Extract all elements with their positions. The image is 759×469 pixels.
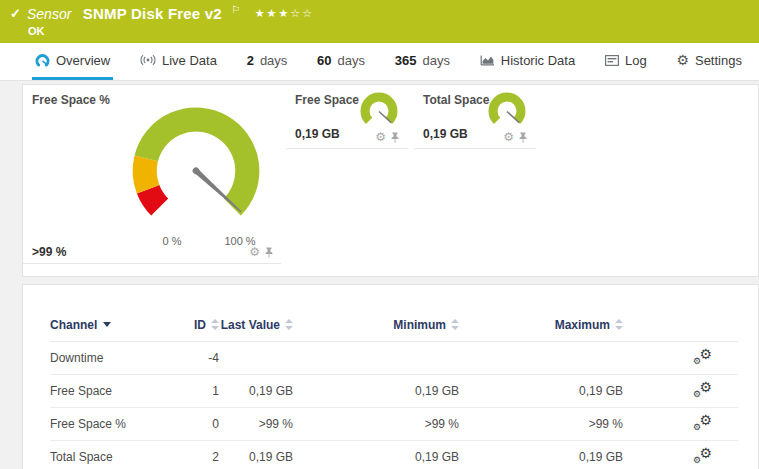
free-space-percent-gauge [107,91,285,259]
table-row-free-space: Free Space 1 0,19 GB 0,19 GB 0,19 GB ⚙⚙ [50,375,738,408]
tab-label: Overview [56,53,110,68]
channel-last-value: 0,19 GB [219,375,293,408]
channel-id: 1 [170,375,219,408]
tab-2-days[interactable]: 2 days [244,43,291,80]
tab-number: 365 [395,53,417,68]
channel-table-panel: Channel ID Last Value Minimum Maximum Do… [22,284,759,469]
channel-last-value: 0,19 GB [219,441,293,469]
broadcast-icon [140,54,156,66]
gauge-value: 0,19 GB [295,127,340,141]
sensor-status-bar: ✓ Sensor SNMP Disk Free v2 ⚐ ★★★☆☆ OK [0,0,759,43]
tab-label: Settings [695,53,742,68]
status-badge: OK [28,25,45,37]
gauge-settings-gear-icon[interactable]: ⚙ [503,131,514,143]
sensor-name: SNMP Disk Free v2 [83,5,222,22]
gauges-panel: Free Space % 0 % 100 % >99 % ⚙ Free Spac… [22,84,759,277]
tab-number: 2 [247,53,254,68]
pin-icon[interactable] [390,132,400,143]
gauge-title: Free Space [295,93,359,107]
gauge-title: Total Space [423,93,489,107]
channel-table: Channel ID Last Value Minimum Maximum Do… [50,285,738,469]
flag-icon[interactable]: ⚐ [231,4,240,15]
channel-table-header-row: Channel ID Last Value Minimum Maximum [50,285,738,342]
column-header-maximum[interactable]: Maximum [459,285,623,342]
edit-channel-icon[interactable]: ⚙⚙ [693,415,712,430]
tab-historic-data[interactable]: Historic Data [477,43,578,80]
pin-icon[interactable] [518,132,528,143]
channel-maximum: >99 % [459,408,623,441]
gear-icon: ⚙ [676,53,689,67]
channel-last-value [219,342,293,375]
gauge-cell-total-space: Total Space 0,19 GB ⚙ [414,85,535,149]
channel-last-value: >99 % [219,408,293,441]
channel-name: Downtime [50,342,170,375]
gauge-title: Free Space % [32,93,110,107]
gauge-value: 0,19 GB [423,127,468,141]
tab-overview[interactable]: Overview [32,43,113,80]
channel-minimum [293,342,459,375]
sort-icon [451,319,459,330]
gauge-cell-free-space: Free Space 0,19 GB ⚙ [286,85,407,149]
tab-live-data[interactable]: Live Data [137,43,220,80]
column-header-edit [623,285,738,342]
tab-label: Live Data [162,53,217,68]
tab-365-days[interactable]: 365 days [392,43,453,80]
sort-icon [615,319,623,330]
sort-icon [211,319,219,330]
object-kind-label: Sensor [27,6,71,22]
tab-number: 60 [317,53,331,68]
tab-label: Log [625,53,647,68]
tab-unit: days [338,53,365,68]
channel-name: Total Space [50,441,170,469]
table-row-free-space-percent: Free Space % 0 >99 % >99 % >99 % ⚙⚙ [50,408,738,441]
sensor-overview-page: ✓ Sensor SNMP Disk Free v2 ⚐ ★★★☆☆ OK Ov… [0,0,759,469]
gauge-cell-free-space-percent: Free Space % 0 % 100 % >99 % ⚙ [23,85,281,264]
gauge-settings-gear-icon[interactable]: ⚙ [375,131,386,143]
total-space-gauge [483,90,531,134]
column-header-channel[interactable]: Channel [50,285,170,342]
tab-log[interactable]: Log [602,43,650,80]
gauge-settings-gear-icon[interactable]: ⚙ [249,246,260,258]
free-space-gauge [355,90,403,134]
pin-icon[interactable] [264,247,274,258]
sort-icon [285,319,293,330]
channel-id: -4 [170,342,219,375]
column-header-last-value[interactable]: Last Value [219,285,293,342]
edit-channel-icon[interactable]: ⚙⚙ [693,382,712,397]
tab-unit: days [260,53,287,68]
tab-unit: days [423,53,450,68]
channel-minimum: 0,19 GB [293,441,459,469]
tab-settings[interactable]: ⚙ Settings [673,43,745,80]
channel-maximum: 0,19 GB [459,375,623,408]
sort-desc-icon [103,322,111,327]
sensor-title-line: Sensor SNMP Disk Free v2 ⚐ ★★★☆☆ [27,4,314,23]
channel-minimum: 0,19 GB [293,375,459,408]
channel-name: Free Space [50,375,170,408]
channel-maximum: 0,19 GB [459,441,623,469]
gauge-min-label: 0 % [151,235,193,247]
tab-60-days[interactable]: 60 days [314,43,368,80]
area-chart-icon [480,54,495,66]
channel-name: Free Space % [50,408,170,441]
table-row-downtime: Downtime -4 ⚙⚙ [50,342,738,375]
channel-id: 0 [170,408,219,441]
table-row-total-space: Total Space 2 0,19 GB 0,19 GB 0,19 GB ⚙⚙ [50,441,738,469]
gauge-value: >99 % [32,245,66,259]
edit-channel-icon[interactable]: ⚙⚙ [693,448,712,463]
log-list-icon [605,55,619,66]
priority-stars[interactable]: ★★★☆☆ [255,7,314,19]
sensor-tabbar: Overview Live Data 2 days 60 days 365 da… [0,43,759,81]
channel-id: 2 [170,441,219,469]
column-header-minimum[interactable]: Minimum [293,285,459,342]
edit-channel-icon[interactable]: ⚙⚙ [693,349,712,364]
tab-label: Historic Data [501,53,575,68]
channel-maximum [459,342,623,375]
channel-minimum: >99 % [293,408,459,441]
status-ok-check-icon: ✓ [10,6,21,21]
column-header-id[interactable]: ID [170,285,219,342]
gauge-icon [35,54,50,67]
